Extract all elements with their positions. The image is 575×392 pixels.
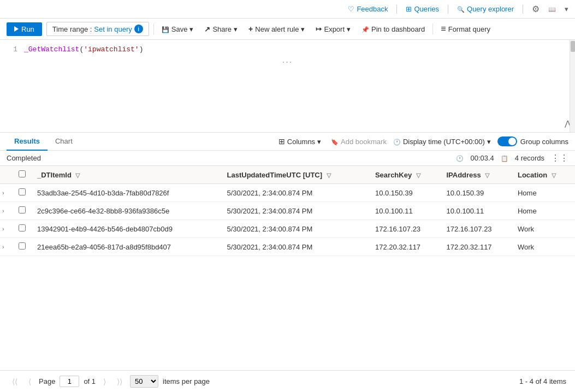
filter-searchkey-icon[interactable]: ▽ <box>416 172 420 179</box>
columns-button[interactable]: ⊞ Columns <box>275 135 324 148</box>
items-per-page-select[interactable]: 50 100 200 <box>130 375 158 388</box>
filter-lastupdated-icon[interactable]: ▽ <box>327 172 331 179</box>
format-icon <box>441 24 446 34</box>
pagination-range: 1 - 4 of 4 items <box>519 377 566 385</box>
expand-results-icon[interactable]: ⋮⋮ <box>551 153 568 163</box>
row-expand-0[interactable]: › <box>0 184 16 202</box>
cell-lastupdated-3: 5/30/2021, 2:34:00.874 PM <box>223 238 371 256</box>
gear-icon[interactable] <box>532 4 540 14</box>
queries-link[interactable]: Queries <box>406 5 439 13</box>
editor-area[interactable]: 1 _GetWatchlist('ipwatchlist') ··· ⋀ <box>0 40 575 133</box>
filter-location-icon[interactable]: ▽ <box>552 172 556 179</box>
col-searchkey: SearchKey ▽ <box>371 166 442 184</box>
row-check-3 <box>16 238 33 256</box>
export-icon <box>316 25 322 33</box>
prev-page-button[interactable]: ⟨ <box>25 376 34 387</box>
save-icon <box>162 25 169 33</box>
page-number-input[interactable] <box>60 376 79 387</box>
filter-dtitemid-icon[interactable]: ▽ <box>75 172 80 179</box>
columns-chevron-icon <box>317 138 321 146</box>
row-expand-1[interactable]: › <box>0 202 16 220</box>
table-body: › 53adb3ae-2545-4d10-b3da-7fab80d7826f 5… <box>0 184 575 256</box>
pagination-bar: ⟨⟨ ⟨ Page of 1 ⟩ ⟩⟩ 50 100 200 items per… <box>0 370 575 392</box>
divider-3 <box>523 5 523 14</box>
display-time-button[interactable]: Display time (UTC+00:00) <box>393 138 491 146</box>
share-icon <box>204 25 210 33</box>
share-chevron-icon <box>234 25 238 33</box>
explorer-icon <box>457 5 465 13</box>
next-page-button[interactable]: ⟩ <box>100 376 109 387</box>
columns-icon: ⊞ <box>278 137 285 146</box>
pin-icon <box>361 25 369 33</box>
cell-dtitemid-2: 13942901-e4b9-4426-b546-deb4807cb0d9 <box>33 220 223 238</box>
export-button[interactable]: Export <box>312 23 354 35</box>
share-button[interactable]: Share <box>201 23 241 35</box>
code-string: 'ipwatchlist' <box>84 45 139 54</box>
records-icon <box>501 154 508 162</box>
bookmark-icon <box>331 138 339 146</box>
table-row: › 13942901-e4b9-4426-b546-deb4807cb0d9 5… <box>0 220 575 238</box>
add-bookmark-button[interactable]: Add bookmark <box>331 138 387 146</box>
cell-searchkey-3: 172.20.32.117 <box>371 238 442 256</box>
row-expand-3[interactable]: › <box>0 238 16 256</box>
table-row: › 21eea65b-e2a9-4056-817d-a8d95f8bd407 5… <box>0 238 575 256</box>
row-expand-2[interactable]: › <box>0 220 16 238</box>
code-content: _GetWatchlist('ipwatchlist') <box>24 44 143 55</box>
row-checkbox-0[interactable] <box>19 188 26 195</box>
tab-chart[interactable]: Chart <box>48 133 80 151</box>
pin-dashboard-button[interactable]: Pin to dashboard <box>358 23 428 35</box>
tabs-right-controls: ⊞ Columns Add bookmark Display time (UTC… <box>275 135 568 148</box>
page-label: Page <box>39 377 55 385</box>
top-bar: Feedback Queries Query explorer <box>0 0 575 19</box>
checkbox-header <box>16 166 33 184</box>
editor-line-1: 1 _GetWatchlist('ipwatchlist') <box>0 44 575 55</box>
results-table-container[interactable]: _DTItemId ▽ LastUpdatedTimeUTC [UTC] ▽ S… <box>0 166 575 370</box>
col-location: Location ▽ <box>513 166 575 184</box>
divider-2 <box>448 5 448 14</box>
items-label: items per page <box>163 377 210 385</box>
alert-chevron-icon <box>301 25 305 33</box>
run-icon <box>14 26 19 32</box>
plus-icon <box>248 25 253 33</box>
cell-ipaddress-2: 172.16.107.23 <box>442 220 513 238</box>
row-checkbox-3[interactable] <box>19 242 26 250</box>
book-icon[interactable] <box>548 5 556 13</box>
row-check-2 <box>16 220 33 238</box>
cell-location-0: Home <box>513 184 575 202</box>
tab-results[interactable]: Results <box>7 133 48 151</box>
query-explorer-link[interactable]: Query explorer <box>457 5 514 13</box>
results-table: _DTItemId ▽ LastUpdatedTimeUTC [UTC] ▽ S… <box>0 166 575 256</box>
divider-tb2 <box>432 23 433 34</box>
new-alert-rule-button[interactable]: New alert rule <box>245 22 308 35</box>
select-all-checkbox[interactable] <box>19 170 26 177</box>
tabs-bar: Results Chart ⊞ Columns Add bookmark Dis… <box>0 133 575 151</box>
time-range-button[interactable]: Time range : Set in query i <box>46 22 149 36</box>
chevron-more-icon[interactable] <box>565 5 568 13</box>
col-dtitemid: _DTItemId ▽ <box>33 166 223 184</box>
save-button[interactable]: Save <box>158 23 197 35</box>
status-text: Completed <box>7 154 41 162</box>
editor-scrollbar[interactable] <box>570 40 575 132</box>
editor-more-lines: ··· <box>0 55 575 69</box>
cell-location-3: Work <box>513 238 575 256</box>
format-query-button[interactable]: Format query <box>437 22 494 36</box>
divider-tb1 <box>153 23 154 34</box>
cell-dtitemid-1: 2c9c396e-ce66-4e32-8bb8-936fa9386c5e <box>33 202 223 220</box>
toggle-switch[interactable] <box>497 136 517 146</box>
cell-lastupdated-2: 5/30/2021, 2:34:00.874 PM <box>223 220 371 238</box>
code-function: _GetWatchlist <box>24 45 79 54</box>
first-page-button[interactable]: ⟨⟨ <box>9 376 21 387</box>
records-count: 4 records <box>515 154 544 162</box>
last-page-button[interactable]: ⟩⟩ <box>114 376 126 387</box>
editor-scrollbar-thumb[interactable] <box>571 41 575 52</box>
cell-lastupdated-1: 5/30/2021, 2:34:00.874 PM <box>223 202 371 220</box>
cell-ipaddress-0: 10.0.150.39 <box>442 184 513 202</box>
row-checkbox-2[interactable] <box>19 224 26 231</box>
run-button[interactable]: Run <box>7 22 42 36</box>
filter-ipaddress-icon[interactable]: ▽ <box>485 172 489 179</box>
cell-searchkey-2: 172.16.107.23 <box>371 220 442 238</box>
row-checkbox-1[interactable] <box>19 206 26 213</box>
cell-location-1: Home <box>513 202 575 220</box>
feedback-link[interactable]: Feedback <box>348 5 388 13</box>
group-columns-toggle[interactable]: Group columns <box>497 136 568 146</box>
